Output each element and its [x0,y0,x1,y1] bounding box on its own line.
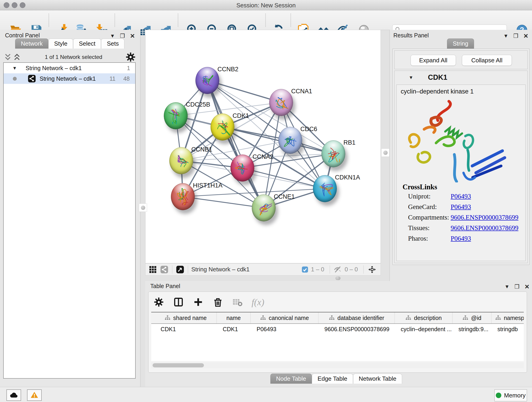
crosslink-link[interactable]: P06493 [451,203,471,211]
panel-close-icon[interactable]: ✕ [523,33,528,39]
column-header-namespace[interactable]: namespace [491,313,524,323]
share-network-icon[interactable] [160,265,169,274]
table-cell[interactable]: 9606.ENSP00000378699 [318,324,395,334]
network-node-cdkn1a[interactable] [313,175,337,202]
node-result-header[interactable]: ▼ CDK1 [394,71,527,84]
crosslink-link[interactable]: 9606.ENSP00000378699 [451,224,519,232]
tab-string[interactable]: String [447,38,474,49]
table-cell[interactable]: CDK1 [155,324,217,334]
table-cell[interactable]: stringdb [491,324,524,334]
table-cell[interactable]: CDK1 [217,324,251,334]
delete-column-icon[interactable] [212,296,224,308]
function-builder-icon[interactable]: f(x) [252,297,264,307]
node-label-ccne1: CCNE1 [274,193,295,200]
memory-button[interactable]: Memory [494,389,527,401]
collapse-entry-icon[interactable]: ▼ [409,75,413,80]
right-splitter-handle[interactable] [381,148,389,157]
table-cell[interactable]: P06493 [251,324,318,334]
left-splitter-handle[interactable] [139,204,147,212]
cloud-status-button[interactable] [6,389,21,401]
column-header-canonical-name[interactable]: canonical name [251,313,318,323]
protein-thumbnail [255,199,272,216]
network-options-gear-icon[interactable] [126,52,136,62]
node-label-rb1: RB1 [343,139,355,146]
panel-menu-icon[interactable]: ▼ [110,33,115,38]
hidden-eye-icon[interactable] [333,265,342,274]
network-node-cdk1[interactable] [210,114,234,140]
network-node-hist1h1a[interactable] [171,183,195,210]
scrollbar-thumb[interactable] [152,363,204,367]
create-column-icon[interactable] [192,296,204,308]
network-row[interactable]: String Network – cdk1 11 48 [4,73,135,84]
crosslink-link[interactable]: 9606.ENSP00000378699 [451,214,519,221]
control-panel-controls: ▼ ❒ ✕ [110,33,135,39]
collapse-all-icon[interactable] [3,52,12,62]
protein-thumbnail [325,145,342,162]
crosslink-row: Uniprot:P06493 [397,192,525,203]
crosslink-link[interactable]: P06493 [451,235,471,242]
expand-all-icon[interactable] [12,52,22,62]
table-horizontal-scrollbar[interactable] [151,362,524,368]
collection-expander-icon[interactable]: ▼ [12,65,17,71]
column-label: name [226,315,241,321]
delete-table-icon[interactable] [232,296,243,308]
network-node-cdc6[interactable] [278,127,302,154]
network-node-cdc25b[interactable] [164,102,188,129]
tab-style[interactable]: Style [48,38,73,49]
panel-close-icon[interactable]: ✕ [130,33,135,39]
table-options-gear-icon[interactable] [153,296,165,308]
tab-network-table[interactable]: Network Table [353,374,402,384]
crosslink-label: Uniprot: [408,192,431,200]
horizontal-splitter-handle[interactable] [336,276,341,280]
column-label: namespace [504,315,524,321]
network-list: ▼ String Network – cdk1 1 String Network… [3,62,136,379]
warnings-button[interactable] [27,389,42,401]
grid-view-icon[interactable] [148,265,157,274]
column-header-shared-name[interactable]: shared name [155,313,217,323]
network-status-dot [13,77,17,81]
panel-float-icon[interactable]: ❒ [120,33,125,39]
move-tool-icon[interactable] [367,265,377,274]
select-columns-icon[interactable] [173,296,184,308]
results-panel-controls: ▼ ❒ ✕ [503,33,528,39]
control-panel-title: Control Panel [5,32,40,39]
main-toolbar: ? [0,10,532,30]
column-label: @id [471,315,481,321]
table-cell[interactable]: cyclin–dependent ... [395,324,452,334]
panel-float-icon[interactable]: ❒ [513,33,519,39]
tab-network[interactable]: Network [15,38,48,49]
network-canvas[interactable]: CCNB2CCNA1CDC25BCDK1CDC6RB1CCNB1CCNA2CDK… [145,30,381,263]
table-toolbar: f(x) [153,294,264,310]
collapse-all-button[interactable]: Collapse All [462,55,512,66]
network-node-ccnb2[interactable] [196,67,219,94]
node-label-ccna2: CCNA2 [253,153,273,160]
network-node-ccna1[interactable] [269,89,293,116]
collection-count: 1 [127,65,130,71]
column-header-description[interactable]: description [395,313,452,323]
tab-node-table[interactable]: Node Table [270,374,312,384]
network-collection-row[interactable]: ▼ String Network – cdk1 1 [4,63,135,73]
column-type-tree-icon [165,315,171,321]
network-node-ccne1[interactable] [252,194,276,221]
network-edge[interactable] [183,197,264,208]
expand-all-button[interactable]: Expand All [411,55,456,66]
panel-menu-icon[interactable]: ▼ [503,33,508,38]
table-cell[interactable]: stringdb:9... [452,324,491,334]
panel-float-icon[interactable]: ❒ [515,284,520,289]
column-header-name[interactable]: name [217,313,251,323]
tab-sets[interactable]: Sets [101,38,124,49]
network-node-ccna2[interactable] [230,154,254,182]
selected-checkbox-icon[interactable] [301,265,309,274]
network-node-ccnb1[interactable] [169,147,193,174]
panel-close-icon[interactable]: ✕ [525,284,530,290]
tab-edge-table[interactable]: Edge Table [312,374,353,384]
network-node-rb1[interactable] [322,140,345,167]
panel-menu-icon[interactable]: ▼ [505,284,510,289]
tab-select[interactable]: Select [73,38,101,49]
crosslink-link[interactable]: P06493 [451,192,471,200]
column-header--id[interactable]: @id [452,313,491,323]
toolbar-separator [178,13,178,27]
birdseye-view-icon[interactable] [176,265,185,274]
table-row[interactable]: CDK1CDK1P064939606.ENSP00000378699cyclin… [151,324,524,334]
column-header-database-identifier[interactable]: database identifier [318,313,395,323]
